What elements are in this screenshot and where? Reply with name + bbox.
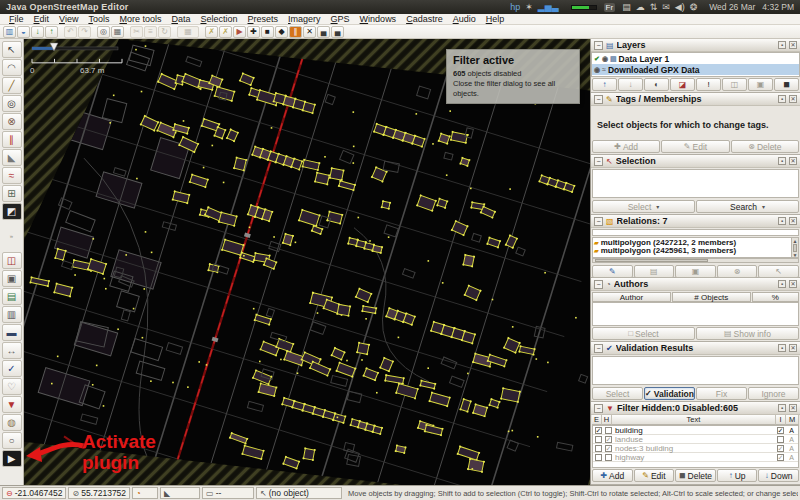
toggle-circle-dialog-button[interactable]: ○: [2, 432, 22, 449]
validation-results-list[interactable]: [592, 356, 799, 385]
zoom-to-selection-button[interactable]: ◎: [97, 26, 110, 38]
vehicle-tool-button[interactable]: ■: [261, 26, 274, 38]
sticky-icon[interactable]: ▪: [778, 217, 786, 225]
delete-tool-button[interactable]: ⊗: [2, 113, 22, 130]
open-file-button[interactable]: ▥: [3, 26, 16, 38]
menu-tools[interactable]: Tools: [83, 14, 114, 24]
authors-table-body[interactable]: [592, 302, 799, 326]
zoom-tool-button[interactable]: ◎: [2, 95, 22, 112]
collapse-icon[interactable]: −: [594, 95, 603, 104]
keyboard-layout-indicator[interactable]: Fr: [604, 3, 616, 12]
combine-ways-button[interactable]: ≡: [144, 26, 157, 38]
toggle-notes-dialog-button[interactable]: ▥: [2, 306, 22, 323]
menu-imagery[interactable]: Imagery: [283, 14, 326, 24]
relations-filter-input[interactable]: [592, 229, 799, 236]
lasso-tool-button[interactable]: ◠: [2, 59, 22, 76]
invert-checkbox[interactable]: [777, 445, 784, 452]
select-menu-button[interactable]: Select▾: [592, 200, 695, 213]
hide-checkbox[interactable]: [605, 445, 612, 452]
toggle-authors-dialog-button[interactable]: ◍: [2, 414, 22, 431]
object-name-field[interactable]: ↖ (no object): [256, 487, 342, 499]
cadastre-wms-button[interactable]: ∥: [289, 26, 302, 38]
mail-icon[interactable]: ✉: [662, 2, 670, 12]
collapse-icon[interactable]: −: [594, 157, 603, 166]
toggle-copy-dialog-button[interactable]: ▤: [2, 288, 22, 305]
map-view[interactable]: 063.7 m Filter active 605 objects disabl…: [24, 39, 590, 485]
toggle-tags-dialog-button[interactable]: ♡: [2, 378, 22, 395]
map-canvas[interactable]: 063.7 m: [24, 39, 590, 485]
close-icon[interactable]: ✕: [789, 95, 797, 103]
menu-cadastre[interactable]: Cadastre: [401, 14, 448, 24]
update-data-button[interactable]: ↻: [158, 26, 171, 38]
menu-audio[interactable]: Audio: [448, 14, 481, 24]
menu-edit[interactable]: Edit: [29, 14, 55, 24]
latitude-field[interactable]: ⊖ -21.0467452: [2, 487, 66, 499]
add-filter-button[interactable]: ✚Add: [592, 469, 633, 482]
enable-checkbox[interactable]: [595, 427, 602, 434]
split-way-button[interactable]: ✂: [130, 26, 143, 38]
move-layer-down-button[interactable]: ↓: [618, 78, 643, 91]
cadastre-tool-b-button[interactable]: ✗: [219, 26, 232, 38]
authors-column-author[interactable]: Author: [592, 292, 671, 302]
heading-field[interactable]: ◣: [160, 487, 200, 499]
add-tag-button[interactable]: ✚Add: [592, 140, 660, 153]
layer-row[interactable]: ◉≈Downloaded GPX Data: [592, 64, 799, 75]
selection-list[interactable]: [592, 169, 799, 198]
layer-opacity-button[interactable]: ◪: [670, 78, 695, 91]
align-nodes-tool-button[interactable]: ⊞: [2, 185, 22, 202]
filter-table[interactable]: buildingAlanduseAnodes:3 buildingAhighwa…: [592, 425, 799, 468]
toggle-filter-dialog-button[interactable]: ▼: [2, 396, 22, 413]
duplicate-layer-button[interactable]: ▣: [748, 78, 773, 91]
invert-checkbox[interactable]: [777, 454, 784, 461]
download-osm-data-button[interactable]: ↓: [31, 26, 44, 38]
menu-help[interactable]: Help: [481, 14, 510, 24]
close-dialogs-tool-button[interactable]: ✕: [303, 26, 316, 38]
building-tool-b-button[interactable]: ▄: [331, 26, 344, 38]
cadastre-grab-button[interactable]: ▶: [2, 450, 22, 467]
authors-column-objects[interactable]: # Objects: [672, 292, 751, 302]
filter-row[interactable]: highwayA: [593, 453, 798, 462]
toggle-minimap-dialog-button[interactable]: ▬: [2, 324, 22, 341]
close-icon[interactable]: ✕: [789, 157, 797, 165]
validation-select-button[interactable]: Select: [592, 387, 643, 400]
relations-hscrollbar[interactable]: [592, 258, 799, 263]
invert-checkbox[interactable]: [777, 427, 784, 434]
spectrum-icon[interactable]: ▂▅▃: [538, 2, 559, 12]
toggle-layer-visibility-button[interactable]: ◐: [644, 78, 669, 91]
sticky-icon[interactable]: ▪: [778, 157, 786, 165]
layer-warnings-button[interactable]: !: [696, 78, 721, 91]
menu-view[interactable]: View: [54, 14, 83, 24]
menu-gps[interactable]: GPS: [326, 14, 355, 24]
sticky-icon[interactable]: ▪: [778, 404, 786, 412]
filter-down-button[interactable]: ↓Down: [758, 469, 799, 482]
enable-checkbox[interactable]: [595, 445, 602, 452]
validation-ignore-button[interactable]: Ignore: [748, 387, 799, 400]
menu-presets[interactable]: Presets: [243, 14, 284, 24]
new-relation-button[interactable]: ✎: [592, 265, 633, 278]
sticky-icon[interactable]: ▪: [778, 41, 786, 49]
hand-tool-button[interactable]: ✚: [247, 26, 260, 38]
invert-checkbox[interactable]: [777, 436, 784, 443]
longitude-field[interactable]: ⊘ 55.7213752: [68, 487, 130, 499]
cadastre-tool-c-button[interactable]: ▶: [233, 26, 246, 38]
clock-time[interactable]: 4:32 PM: [762, 2, 794, 12]
enable-checkbox[interactable]: [595, 454, 602, 461]
lock-tool-button[interactable]: ◆: [275, 26, 288, 38]
wms-adjust-button[interactable]: ▦: [177, 26, 199, 38]
enable-checkbox[interactable]: [595, 436, 602, 443]
move-layer-up-button[interactable]: ↑: [592, 78, 617, 91]
network-updown-icon[interactable]: ⇅: [650, 2, 658, 12]
redo-button[interactable]: ↷: [78, 26, 91, 38]
layer-row[interactable]: ✔◉▤Data Layer 1: [592, 53, 799, 64]
show-author-info-button[interactable]: ▤Show info: [696, 327, 799, 340]
merge-layers-button[interactable]: ◫: [722, 78, 747, 91]
visibility-eye-icon[interactable]: ◉: [594, 66, 600, 74]
toggle-command-stack-dialog-button[interactable]: ▣: [2, 270, 22, 287]
edit-relation-button[interactable]: ▤: [634, 265, 675, 278]
draw-nodes-tool-button[interactable]: ╱: [2, 77, 22, 94]
delete-relation-button[interactable]: ⊗: [717, 265, 758, 278]
menu-more-tools[interactable]: More tools: [114, 14, 166, 24]
select-author-objects-button[interactable]: □Select: [592, 327, 695, 340]
delete-filter-button[interactable]: ◼Delete: [675, 469, 716, 482]
close-icon[interactable]: ✕: [789, 217, 797, 225]
